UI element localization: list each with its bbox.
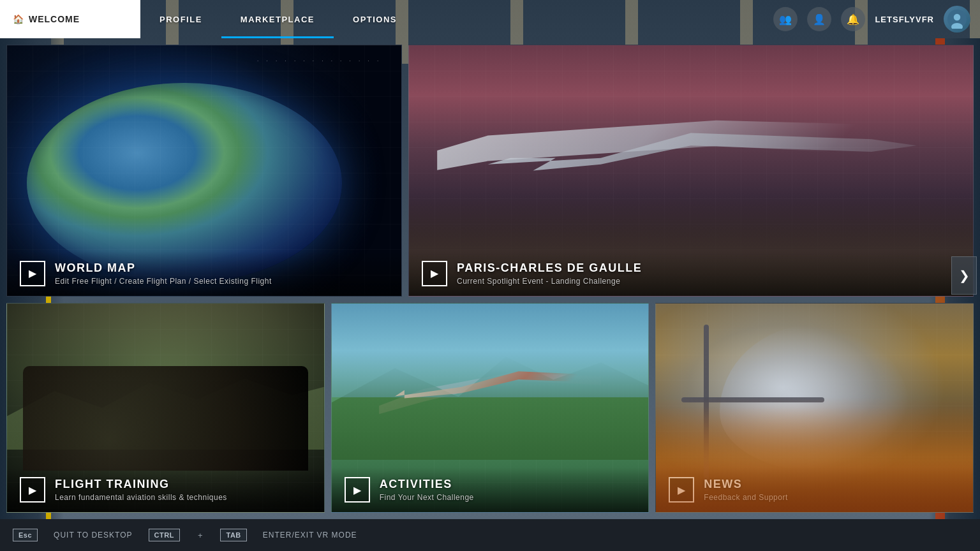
notifications-icon-button[interactable]: 🔔 bbox=[841, 7, 865, 31]
activities-subtitle: Find Your Next Challenge bbox=[380, 493, 474, 502]
flight-training-card[interactable]: ▶ FLIGHT TRAINING Learn fundamental avia… bbox=[6, 303, 325, 513]
news-text: NEWS Feedback and Support bbox=[704, 478, 787, 502]
navigation-bar: 🏠 WELCOME PROFILE MARKETPLACE OPTIONS 👥 … bbox=[0, 0, 980, 38]
world-map-card[interactable]: ▶ WORLD MAP Edit Free Flight / Create Fl… bbox=[6, 45, 402, 297]
home-icon: 🏠 bbox=[13, 14, 24, 24]
main-content: ▶ WORLD MAP Edit Free Flight / Create Fl… bbox=[0, 38, 980, 519]
scroll-right-arrow[interactable]: ❯ bbox=[951, 256, 977, 295]
footer-bar: Esc QUIT TO DESKTOP CTRL + TAB ENTER/EXI… bbox=[0, 519, 980, 551]
news-subtitle: Feedback and Support bbox=[704, 493, 787, 502]
svg-point-1 bbox=[954, 14, 961, 21]
quit-label: QUIT TO DESKTOP bbox=[54, 531, 132, 540]
paris-cdg-title: PARIS-CHARLES DE GAULLE bbox=[457, 261, 642, 276]
propeller-vertical bbox=[704, 325, 709, 492]
top-row: ▶ WORLD MAP Edit Free Flight / Create Fl… bbox=[6, 45, 974, 297]
cockpit-panel bbox=[23, 366, 308, 471]
vr-plus: + bbox=[198, 531, 203, 540]
activities-title: ACTIVITIES bbox=[380, 478, 474, 492]
tab-options[interactable]: OPTIONS bbox=[334, 0, 416, 38]
paris-cdg-card[interactable]: ▶ PARIS-CHARLES DE GAULLE Current Spotli… bbox=[408, 45, 974, 297]
paris-cdg-label: ▶ PARIS-CHARLES DE GAULLE Current Spotli… bbox=[409, 251, 973, 296]
group-icon-button[interactable]: 👥 bbox=[773, 7, 798, 31]
group-icon: 👥 bbox=[779, 13, 792, 26]
flight-training-arrow: ▶ bbox=[20, 477, 45, 503]
profile-icon-button[interactable]: 👤 bbox=[807, 7, 831, 31]
world-map-title: WORLD MAP bbox=[55, 261, 272, 276]
vr-label: ENTER/EXIT VR MODE bbox=[263, 531, 357, 540]
nav-tabs-container: PROFILE MARKETPLACE OPTIONS bbox=[140, 0, 416, 38]
tab-marketplace[interactable]: MARKETPLACE bbox=[221, 0, 334, 38]
news-arrow: ▶ bbox=[669, 477, 694, 503]
activities-arrow: ▶ bbox=[345, 477, 370, 503]
tab-profile[interactable]: PROFILE bbox=[140, 0, 221, 38]
news-card[interactable]: ▶ NEWS Feedback and Support bbox=[655, 303, 974, 513]
bell-icon: 🔔 bbox=[847, 13, 859, 26]
paris-cdg-text: PARIS-CHARLES DE GAULLE Current Spotligh… bbox=[457, 261, 642, 286]
flight-training-title: FLIGHT TRAINING bbox=[55, 478, 227, 492]
nav-right-section: 👥 👤 🔔 LETSFLYVFR bbox=[764, 0, 980, 38]
world-map-arrow: ▶ bbox=[20, 261, 45, 286]
welcome-tab[interactable]: 🏠 WELCOME bbox=[0, 0, 140, 38]
quit-key: Esc bbox=[13, 529, 38, 541]
username-label: LETSFLYVFR bbox=[875, 15, 934, 24]
news-title: NEWS bbox=[704, 478, 787, 492]
vr-key2: TAB bbox=[220, 529, 246, 541]
world-map-subtitle: Edit Free Flight / Create Flight Plan / … bbox=[55, 277, 272, 286]
activities-label: ▶ ACTIVITIES Find Your Next Challenge bbox=[332, 467, 649, 512]
world-map-text: WORLD MAP Edit Free Flight / Create Flig… bbox=[55, 261, 272, 286]
vr-key1: CTRL bbox=[149, 529, 180, 541]
activities-card[interactable]: ▶ ACTIVITIES Find Your Next Challenge bbox=[331, 303, 650, 513]
flight-training-text: FLIGHT TRAINING Learn fundamental aviati… bbox=[55, 478, 227, 502]
world-map-label: ▶ WORLD MAP Edit Free Flight / Create Fl… bbox=[7, 251, 401, 296]
flight-training-subtitle: Learn fundamental aviation skills & tech… bbox=[55, 493, 227, 502]
welcome-label: WELCOME bbox=[29, 14, 80, 24]
paris-cdg-subtitle: Current Spotlight Event - Landing Challe… bbox=[457, 277, 642, 286]
bottom-row: ▶ FLIGHT TRAINING Learn fundamental avia… bbox=[6, 303, 974, 513]
news-label: ▶ NEWS Feedback and Support bbox=[656, 467, 973, 512]
flight-training-label: ▶ FLIGHT TRAINING Learn fundamental avia… bbox=[7, 467, 324, 512]
profile-icon: 👤 bbox=[813, 13, 826, 26]
avatar[interactable] bbox=[944, 6, 970, 33]
activities-text: ACTIVITIES Find Your Next Challenge bbox=[380, 478, 474, 502]
paris-cdg-arrow: ▶ bbox=[422, 261, 447, 286]
sunset-glow bbox=[656, 397, 973, 512]
